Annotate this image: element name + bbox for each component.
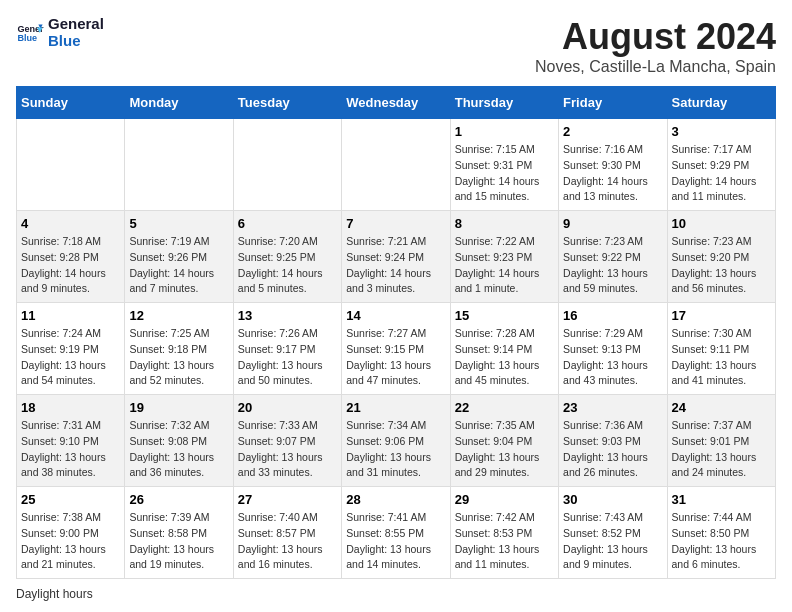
calendar-cell: 9Sunrise: 7:23 AM Sunset: 9:22 PM Daylig… [559, 211, 667, 303]
calendar-table: SundayMondayTuesdayWednesdayThursdayFrid… [16, 86, 776, 579]
day-info: Sunrise: 7:15 AM Sunset: 9:31 PM Dayligh… [455, 142, 554, 205]
day-number: 18 [21, 400, 120, 415]
calendar-cell: 20Sunrise: 7:33 AM Sunset: 9:07 PM Dayli… [233, 395, 341, 487]
day-info: Sunrise: 7:27 AM Sunset: 9:15 PM Dayligh… [346, 326, 445, 389]
calendar-header: SundayMondayTuesdayWednesdayThursdayFrid… [17, 87, 776, 119]
calendar-cell: 2Sunrise: 7:16 AM Sunset: 9:30 PM Daylig… [559, 119, 667, 211]
title-area: August 2024 Noves, Castille-La Mancha, S… [535, 16, 776, 76]
calendar-week-3: 11Sunrise: 7:24 AM Sunset: 9:19 PM Dayli… [17, 303, 776, 395]
logo-general: General [48, 16, 104, 33]
day-info: Sunrise: 7:21 AM Sunset: 9:24 PM Dayligh… [346, 234, 445, 297]
calendar-week-2: 4Sunrise: 7:18 AM Sunset: 9:28 PM Daylig… [17, 211, 776, 303]
logo: General Blue General Blue [16, 16, 104, 49]
daylight-hours-label: Daylight hours [16, 587, 93, 601]
day-info: Sunrise: 7:31 AM Sunset: 9:10 PM Dayligh… [21, 418, 120, 481]
calendar-cell: 14Sunrise: 7:27 AM Sunset: 9:15 PM Dayli… [342, 303, 450, 395]
calendar-week-5: 25Sunrise: 7:38 AM Sunset: 9:00 PM Dayli… [17, 487, 776, 579]
day-number: 24 [672, 400, 771, 415]
calendar-cell: 27Sunrise: 7:40 AM Sunset: 8:57 PM Dayli… [233, 487, 341, 579]
day-number: 26 [129, 492, 228, 507]
day-info: Sunrise: 7:35 AM Sunset: 9:04 PM Dayligh… [455, 418, 554, 481]
calendar-cell [125, 119, 233, 211]
day-number: 13 [238, 308, 337, 323]
day-info: Sunrise: 7:40 AM Sunset: 8:57 PM Dayligh… [238, 510, 337, 573]
calendar-cell: 16Sunrise: 7:29 AM Sunset: 9:13 PM Dayli… [559, 303, 667, 395]
calendar-cell: 19Sunrise: 7:32 AM Sunset: 9:08 PM Dayli… [125, 395, 233, 487]
day-info: Sunrise: 7:37 AM Sunset: 9:01 PM Dayligh… [672, 418, 771, 481]
calendar-cell: 26Sunrise: 7:39 AM Sunset: 8:58 PM Dayli… [125, 487, 233, 579]
header: General Blue General Blue August 2024 No… [16, 16, 776, 76]
day-info: Sunrise: 7:23 AM Sunset: 9:20 PM Dayligh… [672, 234, 771, 297]
day-info: Sunrise: 7:42 AM Sunset: 8:53 PM Dayligh… [455, 510, 554, 573]
calendar-cell: 21Sunrise: 7:34 AM Sunset: 9:06 PM Dayli… [342, 395, 450, 487]
day-number: 17 [672, 308, 771, 323]
calendar-cell: 22Sunrise: 7:35 AM Sunset: 9:04 PM Dayli… [450, 395, 558, 487]
day-info: Sunrise: 7:20 AM Sunset: 9:25 PM Dayligh… [238, 234, 337, 297]
day-number: 11 [21, 308, 120, 323]
calendar-cell: 5Sunrise: 7:19 AM Sunset: 9:26 PM Daylig… [125, 211, 233, 303]
day-info: Sunrise: 7:34 AM Sunset: 9:06 PM Dayligh… [346, 418, 445, 481]
day-info: Sunrise: 7:32 AM Sunset: 9:08 PM Dayligh… [129, 418, 228, 481]
day-info: Sunrise: 7:29 AM Sunset: 9:13 PM Dayligh… [563, 326, 662, 389]
calendar-cell: 8Sunrise: 7:22 AM Sunset: 9:23 PM Daylig… [450, 211, 558, 303]
day-number: 27 [238, 492, 337, 507]
day-number: 5 [129, 216, 228, 231]
day-number: 28 [346, 492, 445, 507]
day-info: Sunrise: 7:36 AM Sunset: 9:03 PM Dayligh… [563, 418, 662, 481]
day-info: Sunrise: 7:16 AM Sunset: 9:30 PM Dayligh… [563, 142, 662, 205]
calendar-cell: 23Sunrise: 7:36 AM Sunset: 9:03 PM Dayli… [559, 395, 667, 487]
day-info: Sunrise: 7:30 AM Sunset: 9:11 PM Dayligh… [672, 326, 771, 389]
day-number: 12 [129, 308, 228, 323]
day-info: Sunrise: 7:39 AM Sunset: 8:58 PM Dayligh… [129, 510, 228, 573]
calendar-cell: 11Sunrise: 7:24 AM Sunset: 9:19 PM Dayli… [17, 303, 125, 395]
calendar-cell [17, 119, 125, 211]
calendar-cell: 12Sunrise: 7:25 AM Sunset: 9:18 PM Dayli… [125, 303, 233, 395]
main-title: August 2024 [535, 16, 776, 58]
day-info: Sunrise: 7:19 AM Sunset: 9:26 PM Dayligh… [129, 234, 228, 297]
day-info: Sunrise: 7:24 AM Sunset: 9:19 PM Dayligh… [21, 326, 120, 389]
day-number: 31 [672, 492, 771, 507]
day-info: Sunrise: 7:22 AM Sunset: 9:23 PM Dayligh… [455, 234, 554, 297]
day-info: Sunrise: 7:43 AM Sunset: 8:52 PM Dayligh… [563, 510, 662, 573]
weekday-tuesday: Tuesday [233, 87, 341, 119]
calendar-cell [342, 119, 450, 211]
calendar-cell: 24Sunrise: 7:37 AM Sunset: 9:01 PM Dayli… [667, 395, 775, 487]
day-number: 19 [129, 400, 228, 415]
calendar-cell: 15Sunrise: 7:28 AM Sunset: 9:14 PM Dayli… [450, 303, 558, 395]
day-number: 15 [455, 308, 554, 323]
footer-note: Daylight hours [16, 587, 776, 601]
day-number: 14 [346, 308, 445, 323]
weekday-thursday: Thursday [450, 87, 558, 119]
day-info: Sunrise: 7:25 AM Sunset: 9:18 PM Dayligh… [129, 326, 228, 389]
calendar-cell: 18Sunrise: 7:31 AM Sunset: 9:10 PM Dayli… [17, 395, 125, 487]
calendar-cell: 25Sunrise: 7:38 AM Sunset: 9:00 PM Dayli… [17, 487, 125, 579]
day-info: Sunrise: 7:26 AM Sunset: 9:17 PM Dayligh… [238, 326, 337, 389]
day-info: Sunrise: 7:44 AM Sunset: 8:50 PM Dayligh… [672, 510, 771, 573]
day-number: 6 [238, 216, 337, 231]
day-info: Sunrise: 7:41 AM Sunset: 8:55 PM Dayligh… [346, 510, 445, 573]
day-info: Sunrise: 7:38 AM Sunset: 9:00 PM Dayligh… [21, 510, 120, 573]
calendar-week-4: 18Sunrise: 7:31 AM Sunset: 9:10 PM Dayli… [17, 395, 776, 487]
calendar-week-1: 1Sunrise: 7:15 AM Sunset: 9:31 PM Daylig… [17, 119, 776, 211]
calendar-cell [233, 119, 341, 211]
day-number: 16 [563, 308, 662, 323]
calendar-cell: 6Sunrise: 7:20 AM Sunset: 9:25 PM Daylig… [233, 211, 341, 303]
calendar-cell: 4Sunrise: 7:18 AM Sunset: 9:28 PM Daylig… [17, 211, 125, 303]
day-number: 23 [563, 400, 662, 415]
logo-blue: Blue [48, 33, 104, 50]
subtitle: Noves, Castille-La Mancha, Spain [535, 58, 776, 76]
calendar-cell: 3Sunrise: 7:17 AM Sunset: 9:29 PM Daylig… [667, 119, 775, 211]
day-number: 9 [563, 216, 662, 231]
svg-text:Blue: Blue [17, 33, 37, 43]
weekday-monday: Monday [125, 87, 233, 119]
day-info: Sunrise: 7:18 AM Sunset: 9:28 PM Dayligh… [21, 234, 120, 297]
day-number: 7 [346, 216, 445, 231]
day-number: 4 [21, 216, 120, 231]
day-number: 2 [563, 124, 662, 139]
day-number: 25 [21, 492, 120, 507]
calendar-cell: 13Sunrise: 7:26 AM Sunset: 9:17 PM Dayli… [233, 303, 341, 395]
day-number: 10 [672, 216, 771, 231]
weekday-saturday: Saturday [667, 87, 775, 119]
calendar-cell: 30Sunrise: 7:43 AM Sunset: 8:52 PM Dayli… [559, 487, 667, 579]
calendar-cell: 31Sunrise: 7:44 AM Sunset: 8:50 PM Dayli… [667, 487, 775, 579]
